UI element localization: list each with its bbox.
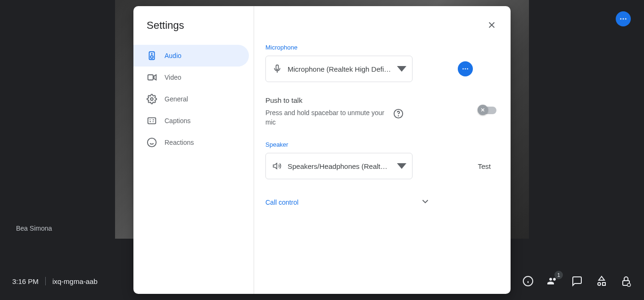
smile-icon: [147, 137, 157, 148]
x-icon: [480, 107, 486, 113]
info-icon[interactable]: [522, 275, 534, 287]
mic-icon: [272, 64, 282, 74]
svg-marker-34: [273, 163, 277, 169]
svg-point-2: [625, 18, 627, 20]
svg-point-29: [467, 68, 468, 70]
settings-sidebar: Settings Audio Video General Captions Re…: [133, 6, 254, 294]
sidebar-item-video[interactable]: Video: [133, 67, 249, 88]
svg-point-13: [150, 56, 153, 58]
settings-dialog: Settings Audio Video General Captions Re…: [133, 6, 511, 294]
more-options-button[interactable]: [616, 11, 631, 26]
svg-marker-26: [397, 66, 406, 72]
sidebar-item-reactions[interactable]: Reactions: [133, 132, 249, 153]
svg-point-1: [623, 18, 624, 20]
settings-content: Microphone Microphone (Realtek High Defi…: [254, 6, 511, 294]
test-speaker-button[interactable]: Test: [472, 158, 496, 174]
dots-icon: [462, 65, 469, 73]
toggle-knob: [478, 105, 488, 115]
speaker-select[interactable]: Speakers/Headphones (Realtek Hig…: [265, 153, 413, 179]
clock-time: 3:16 PM: [12, 277, 39, 285]
participant-name: Bea Simona: [16, 225, 52, 232]
video-icon: [147, 72, 157, 83]
sidebar-item-label: Reactions: [165, 139, 194, 146]
close-button[interactable]: [482, 16, 501, 34]
sidebar-item-label: General: [165, 95, 188, 103]
ptt-toggle[interactable]: [479, 107, 496, 114]
expand-icon: [420, 196, 430, 208]
svg-point-27: [462, 68, 464, 70]
microphone-select[interactable]: Microphone (Realtek High Definitio…: [265, 56, 413, 82]
svg-point-14: [151, 53, 152, 54]
volume-icon: [272, 161, 282, 171]
dialog-title: Settings: [133, 17, 254, 45]
mic-level-indicator[interactable]: [458, 61, 473, 76]
speaker-icon: [147, 50, 157, 61]
chevron-down-icon: [420, 196, 430, 207]
sidebar-item-label: Audio: [165, 52, 182, 59]
svg-point-28: [465, 68, 466, 70]
divider: [45, 277, 46, 285]
sidebar-item-captions[interactable]: Captions: [133, 110, 249, 132]
captions-icon: [147, 116, 157, 126]
chevron-down-icon: [397, 161, 406, 171]
people-count-badge: 1: [554, 271, 563, 279]
svg-marker-16: [154, 75, 157, 80]
chevron-down-icon: [397, 64, 406, 74]
ptt-title: Push to talk: [265, 96, 479, 104]
svg-marker-6: [599, 276, 604, 280]
close-icon: [487, 20, 497, 30]
host-controls-icon[interactable]: [620, 275, 632, 287]
help-icon: [393, 108, 404, 119]
sidebar-item-general[interactable]: General: [133, 88, 249, 110]
speaker-value: Speakers/Headphones (Realtek Hig…: [288, 162, 391, 170]
svg-point-17: [150, 98, 153, 100]
svg-marker-35: [397, 163, 406, 169]
svg-point-0: [620, 18, 621, 20]
sidebar-item-label: Captions: [165, 117, 190, 125]
svg-rect-18: [148, 118, 156, 124]
call-control-section[interactable]: Call control: [265, 196, 496, 208]
sidebar-item-label: Video: [165, 74, 182, 81]
bottom-right-controls: 1: [522, 275, 632, 287]
meeting-info: 3:16 PM ixq-mgma-aab: [12, 277, 98, 285]
microphone-label: Microphone: [265, 44, 496, 51]
push-to-talk-section: Push to talk Press and hold spacebar to …: [265, 96, 496, 127]
gear-icon: [147, 94, 157, 104]
chat-icon[interactable]: [571, 275, 583, 287]
people-icon[interactable]: 1: [547, 275, 558, 287]
ptt-description: Press and hold spacebar to unmute your m…: [265, 108, 388, 127]
svg-point-31: [398, 116, 399, 116]
svg-point-19: [148, 138, 156, 147]
activities-icon[interactable]: [596, 275, 607, 287]
call-control-label: Call control: [265, 199, 298, 206]
meeting-code: ixq-mgma-aab: [52, 277, 98, 285]
microphone-value: Microphone (Realtek High Definitio…: [288, 65, 391, 73]
svg-rect-15: [148, 75, 153, 80]
ptt-help-button[interactable]: [393, 108, 404, 119]
speaker-label: Speaker: [265, 141, 496, 148]
svg-rect-8: [603, 283, 605, 285]
svg-point-7: [598, 283, 601, 285]
svg-rect-24: [276, 65, 279, 70]
sidebar-item-audio[interactable]: Audio: [133, 45, 249, 67]
